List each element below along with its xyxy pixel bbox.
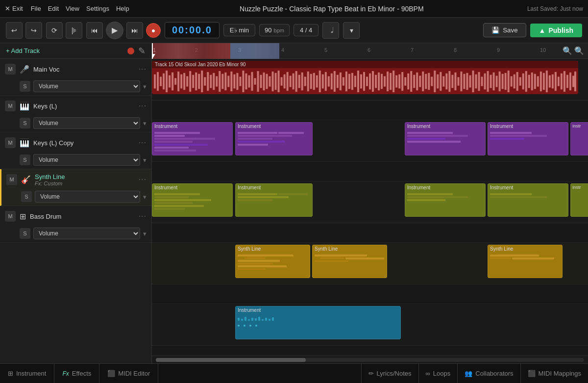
- lane-synth-line[interactable]: Synth Line Synth Line: [152, 243, 588, 284]
- track-more-bass-drum[interactable]: ···: [139, 212, 147, 221]
- clip-main-voc-1[interactable]: Track 15 Old Skool Jan 2020 Eb Minor 90: [152, 61, 578, 94]
- lane-main-voc[interactable]: Track 15 Old Skool Jan 2020 Eb Minor 90: [152, 59, 588, 101]
- clip-keys-l-4[interactable]: Instrument: [488, 122, 568, 155]
- volume-bass-drum[interactable]: Volume: [33, 228, 140, 239]
- mute-keys-l[interactable]: M: [5, 101, 16, 111]
- volume-keys-l[interactable]: Volume: [33, 117, 140, 129]
- svg-rect-18: [207, 72, 209, 91]
- tab-collaborators[interactable]: 👥 Collaborators: [457, 364, 520, 383]
- menu-settings[interactable]: Settings: [86, 5, 109, 12]
- clip-keys-l-3[interactable]: Instrument: [405, 122, 486, 155]
- svg-rect-57: [322, 75, 324, 89]
- tab-loops[interactable]: ∞ Loops: [418, 364, 458, 383]
- clip-keys-copy-2[interactable]: Instrument: [235, 183, 313, 217]
- svg-rect-29: [239, 77, 241, 86]
- last-saved-label: Last Saved: Just now: [527, 5, 583, 12]
- rewind-button[interactable]: ⏮: [86, 22, 103, 39]
- tracks-content[interactable]: Track 15 Old Skool Jan 2020 Eb Minor 90: [152, 59, 588, 356]
- track-more-main-voc[interactable]: ···: [139, 65, 147, 74]
- svg-rect-129: [534, 74, 536, 89]
- svg-rect-17: [204, 77, 206, 85]
- svg-rect-90: [419, 76, 421, 87]
- publish-icon: ▲: [539, 26, 546, 34]
- clip-synth-2[interactable]: Synth Line: [312, 245, 387, 278]
- volume-synth-line[interactable]: Volume: [35, 191, 140, 203]
- solo-bass-drum[interactable]: S: [20, 228, 30, 239]
- mute-keys-l-copy[interactable]: M: [5, 137, 16, 148]
- metronome-button[interactable]: |⊧: [66, 22, 82, 39]
- tab-effects[interactable]: Fx Effects: [54, 364, 99, 383]
- zoom-out-button[interactable]: 🔍: [563, 46, 572, 55]
- svg-rect-91: [422, 72, 424, 91]
- clip-keys-l-1[interactable]: Instrument: [152, 122, 233, 155]
- edit-mode-button[interactable]: ✎: [138, 46, 146, 56]
- mute-synth-line[interactable]: M: [6, 174, 17, 185]
- add-track-button[interactable]: + Add Track: [6, 47, 40, 54]
- h-scrollbar-thumb[interactable]: [156, 358, 306, 362]
- tab-midi-editor[interactable]: ⬛ MIDI Editor: [99, 364, 158, 383]
- svg-rect-112: [484, 74, 486, 90]
- midi-editor-label: MIDI Editor: [118, 370, 150, 377]
- play-button[interactable]: ▶: [106, 22, 123, 39]
- svg-rect-111: [481, 77, 483, 86]
- menu-file[interactable]: File: [31, 5, 41, 12]
- bpm-display[interactable]: 90 bpm: [259, 24, 290, 36]
- tab-instrument[interactable]: ⊞ Instrument: [0, 364, 54, 383]
- svg-rect-49: [298, 75, 300, 88]
- solo-keys-l[interactable]: S: [20, 118, 30, 128]
- h-scrollbar[interactable]: [156, 358, 584, 362]
- track-more-synth-line[interactable]: ···: [139, 175, 147, 184]
- lane-keys-l[interactable]: Instrument Instrument: [152, 120, 588, 162]
- zoom-in-button[interactable]: 🔍: [574, 46, 584, 55]
- save-button[interactable]: 💾 Save: [483, 23, 526, 37]
- svg-rect-77: [381, 74, 383, 89]
- tab-midi-mappings[interactable]: ⬛ MIDI Mappings: [520, 364, 588, 383]
- clip-synth-1[interactable]: Synth Line: [235, 245, 310, 278]
- time-sig-display[interactable]: 4 / 4: [294, 24, 318, 36]
- track-more-keys-l-copy[interactable]: ···: [139, 138, 147, 147]
- effects-fx-icon: Fx: [62, 370, 69, 377]
- svg-rect-139: [564, 71, 565, 92]
- clip-keys-l-5[interactable]: Instr: [570, 122, 588, 155]
- clip-synth-3[interactable]: Synth Line: [488, 245, 563, 278]
- menu-help[interactable]: Help: [116, 5, 129, 12]
- menu-edit[interactable]: Edit: [48, 5, 59, 12]
- clip-keys-copy-5[interactable]: Instr: [570, 183, 588, 217]
- tab-lyrics-notes[interactable]: ✏ Lyrics/Notes: [361, 364, 418, 383]
- menu-view[interactable]: View: [66, 5, 79, 12]
- solo-keys-l-copy[interactable]: S: [20, 154, 30, 165]
- metronome2-button[interactable]: 𝅗𝅥: [322, 22, 339, 39]
- key-display[interactable]: E♭ min: [223, 24, 255, 36]
- svg-rect-36: [260, 75, 262, 88]
- redo-button[interactable]: ↪: [25, 22, 42, 39]
- volume-main-voc[interactable]: Volume: [33, 80, 140, 92]
- svg-rect-92: [425, 74, 427, 89]
- transport-group: ⏮ ▶ ⏭ ●: [86, 22, 161, 39]
- clip-keys-copy-1[interactable]: Instrument: [152, 183, 233, 217]
- volume-keys-l-copy[interactable]: Volume: [33, 154, 140, 166]
- lane-bass-drum[interactable]: Instrument: [152, 304, 588, 346]
- fast-forward-button[interactable]: ⏭: [126, 22, 143, 39]
- clip-keys-copy-4[interactable]: Instrument: [488, 183, 568, 217]
- lane-keys-l-copy[interactable]: Instrument Instrument: [152, 181, 588, 223]
- ruler-mark-10: 10: [540, 47, 546, 53]
- svg-rect-121: [511, 76, 513, 86]
- solo-synth-line[interactable]: S: [21, 191, 32, 202]
- track-more-keys-l[interactable]: ···: [139, 102, 147, 110]
- track-name-bass-drum: Bass Drum: [30, 213, 135, 220]
- mute-bass-drum[interactable]: M: [5, 211, 16, 222]
- svg-rect-66: [348, 74, 350, 89]
- track-name-synth-line: Synth Line: [35, 173, 135, 180]
- mute-main-voc[interactable]: M: [5, 64, 16, 75]
- undo-button[interactable]: ↩: [6, 22, 23, 39]
- clip-bass-drum-1[interactable]: Instrument: [235, 306, 401, 339]
- record-button[interactable]: ●: [146, 23, 161, 38]
- clip-keys-copy-3[interactable]: Instrument: [405, 183, 486, 217]
- clip-keys-l-2[interactable]: Instrument: [235, 122, 313, 155]
- loop-button[interactable]: ⟳: [46, 22, 63, 39]
- solo-main-voc[interactable]: S: [20, 81, 30, 92]
- exit-button[interactable]: ✕ Exit: [5, 5, 23, 12]
- publish-button[interactable]: ▲ Publish: [530, 24, 582, 37]
- collaborators-label: Collaborators: [475, 370, 513, 377]
- dropdown-button[interactable]: ▾: [343, 22, 360, 39]
